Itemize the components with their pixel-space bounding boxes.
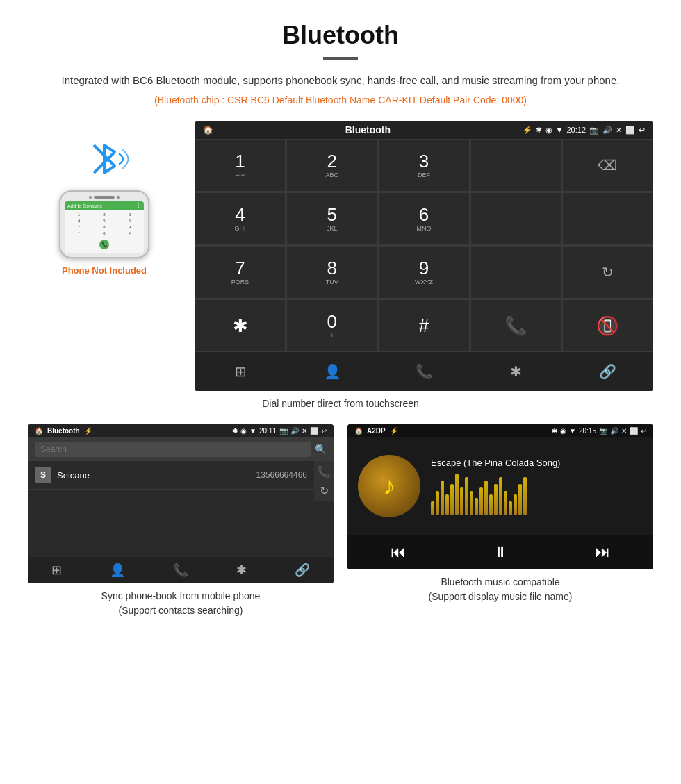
phone-key-8[interactable]: 8 <box>92 224 116 230</box>
music-win-icon[interactable]: ⬜ <box>630 427 638 435</box>
dialpad-empty-3 <box>562 192 653 245</box>
music-song-title: Escape (The Pina Colada Song) <box>431 458 643 468</box>
pb-home-icon[interactable]: 🏠 <box>35 427 43 435</box>
music-play-pause-btn[interactable]: ⏸ <box>493 543 508 561</box>
dialpad-key-hash[interactable]: # <box>378 299 469 352</box>
pb-back-icon[interactable]: ↩ <box>321 427 327 435</box>
phone-key-4[interactable]: 4 <box>67 218 91 224</box>
dialpad-reload[interactable]: ↻ <box>562 246 653 299</box>
dialpad-key-5[interactable]: 5 JKL <box>286 192 377 245</box>
pb-reload-icon[interactable]: ↻ <box>320 484 329 497</box>
music-album-art: ♪ <box>358 455 420 517</box>
pb-contact-seicane[interactable]: S Seicane 13566664466 <box>28 461 314 490</box>
pb-statusbar: 🏠 Bluetooth ⚡ ✱ ◉ ▼ 20:11 📷 🔊 ✕ ⬜ ↩ <box>28 424 334 437</box>
dialpad-key-1[interactable]: 1 ∽∽ <box>195 139 286 192</box>
contacts-btn[interactable]: 👤 <box>286 358 378 385</box>
phone-key-1[interactable]: 1 <box>67 212 91 217</box>
phone-call-btn[interactable]: 📞 <box>99 240 109 249</box>
phone-green-bar: Add to Contacts ⋮ <box>65 201 144 210</box>
home-icon[interactable]: 🏠 <box>203 125 213 135</box>
pb-search-input[interactable] <box>35 442 311 457</box>
phonebook-caption: Sync phone-book from mobile phone(Suppor… <box>101 589 261 618</box>
phone-key-9[interactable]: 9 <box>117 224 142 230</box>
phone-key-star[interactable]: * <box>67 231 91 236</box>
bt-btn[interactable]: ✱ <box>470 358 561 385</box>
dialpad-key-7[interactable]: 7 PQRS <box>195 246 286 299</box>
music-screen: 🏠 A2DP ⚡ ✱ ◉ ▼ 20:15 📷 🔊 ✕ ⬜ ↩ <box>347 424 653 569</box>
phone-not-included-label: Phone Not Included <box>62 265 147 276</box>
android-statusbar: 🏠 Bluetooth ⚡ ✱ ◉ ▼ 20:12 📷 🔊 ✕ ⬜ ↩ <box>195 121 653 139</box>
pb-close-icon[interactable]: ✕ <box>302 427 307 435</box>
music-content: ♪ Escape (The Pina Colada Song) <box>347 437 653 535</box>
time-display: 20:12 <box>566 126 586 134</box>
phone-bottom-bar: 📞 <box>67 238 142 251</box>
pb-btn-phone[interactable]: 📞 <box>173 562 188 578</box>
pb-search-bar: 🔍 <box>28 437 334 461</box>
music-right: Escape (The Pina Colada Song) <box>431 458 643 515</box>
pb-time: 20:11 <box>259 427 277 435</box>
back-icon[interactable]: ↩ <box>639 126 645 135</box>
visualizer-bar <box>460 487 463 515</box>
call-green-icon: 📞 <box>504 315 527 337</box>
music-prev-btn[interactable]: ⏮ <box>391 543 406 561</box>
pb-btn-link[interactable]: 🔗 <box>295 562 310 578</box>
main-screen-area: Add to Contacts ⋮ 1 2 3 4 5 6 7 8 <box>28 121 653 391</box>
phone-key-0[interactable]: 0 <box>92 231 116 236</box>
visualizer-bar <box>455 474 459 515</box>
music-home-icon[interactable]: 🏠 <box>354 427 363 435</box>
pb-btn-contacts[interactable]: 👤 <box>110 562 125 578</box>
pb-btn-bt[interactable]: ✱ <box>236 562 247 578</box>
music-block: 🏠 A2DP ⚡ ✱ ◉ ▼ 20:15 📷 🔊 ✕ ⬜ ↩ <box>347 424 653 618</box>
pb-btn-dialpad[interactable]: ⊞ <box>51 562 62 578</box>
phone-dot <box>89 196 92 199</box>
phone-key-3[interactable]: 3 <box>117 212 142 217</box>
title-divider <box>323 57 358 60</box>
phone-key-hash[interactable]: # <box>117 231 142 236</box>
dialpad-key-star[interactable]: ✱ <box>195 299 286 352</box>
visualizer-bar <box>518 484 522 515</box>
visualizer-bar <box>431 501 434 515</box>
dialpad-backspace[interactable]: ⌫ <box>562 139 653 192</box>
music-close-icon[interactable]: ✕ <box>621 427 627 435</box>
close-icon[interactable]: ✕ <box>616 126 622 135</box>
dialpad-call-red[interactable]: 📵 <box>562 299 653 352</box>
dialpad-btn[interactable]: ⊞ <box>195 358 286 385</box>
music-visualizer <box>431 474 643 515</box>
visualizer-bar <box>489 494 493 515</box>
dialpad-key-4[interactable]: 4 GHI <box>195 192 286 245</box>
phone-add-contacts-label: Add to Contacts <box>67 203 102 208</box>
dialpad-key-6[interactable]: 6 MNO <box>378 192 469 245</box>
pb-usb-icon: ⚡ <box>84 427 92 435</box>
phone-key-6[interactable]: 6 <box>117 218 142 224</box>
phone-key-5[interactable]: 5 <box>92 218 116 224</box>
dialpad-key-0[interactable]: 0 + <box>286 299 377 352</box>
dialpad-caption: Dial number direct from touchscreen <box>28 398 653 409</box>
pb-call-icon[interactable]: 📞 <box>317 465 331 478</box>
visualizer-bar <box>441 481 444 515</box>
link-btn[interactable]: 🔗 <box>561 358 653 385</box>
dialpad-call-green[interactable]: 📞 <box>470 299 561 352</box>
pb-contact-avatar: S <box>35 467 51 483</box>
phone-key-2[interactable]: 2 <box>92 212 116 217</box>
music-back-icon[interactable]: ↩ <box>641 427 646 435</box>
phone-btn[interactable]: 📞 <box>378 358 470 385</box>
music-app-title: A2DP <box>367 427 386 435</box>
pb-win-icon[interactable]: ⬜ <box>310 427 318 435</box>
phone-dial-grid: 1 2 3 4 5 6 7 8 9 * 0 # <box>67 212 142 236</box>
dialpad-key-3[interactable]: 3 DEF <box>378 139 469 192</box>
phone-key-7[interactable]: 7 <box>67 224 91 230</box>
camera-icon: 📷 <box>589 126 599 135</box>
volume-icon: 🔊 <box>602 126 612 135</box>
dialpad-key-8[interactable]: 8 TUV <box>286 246 377 299</box>
music-next-btn[interactable]: ⏭ <box>595 543 610 561</box>
pb-bt-icon: ✱ <box>232 427 238 435</box>
pb-spacer <box>28 501 334 557</box>
dialpad-key-2[interactable]: 2 ABC <box>286 139 377 192</box>
window-icon[interactable]: ⬜ <box>625 126 635 135</box>
dialpad-key-9[interactable]: 9 WXYZ <box>378 246 469 299</box>
music-statusbar: 🏠 A2DP ⚡ ✱ ◉ ▼ 20:15 📷 🔊 ✕ ⬜ ↩ <box>347 424 653 437</box>
visualizer-bar <box>494 484 498 515</box>
pb-cam-icon: 📷 <box>279 427 288 435</box>
phone-dot2 <box>117 196 120 199</box>
visualizer-bar <box>450 484 454 515</box>
